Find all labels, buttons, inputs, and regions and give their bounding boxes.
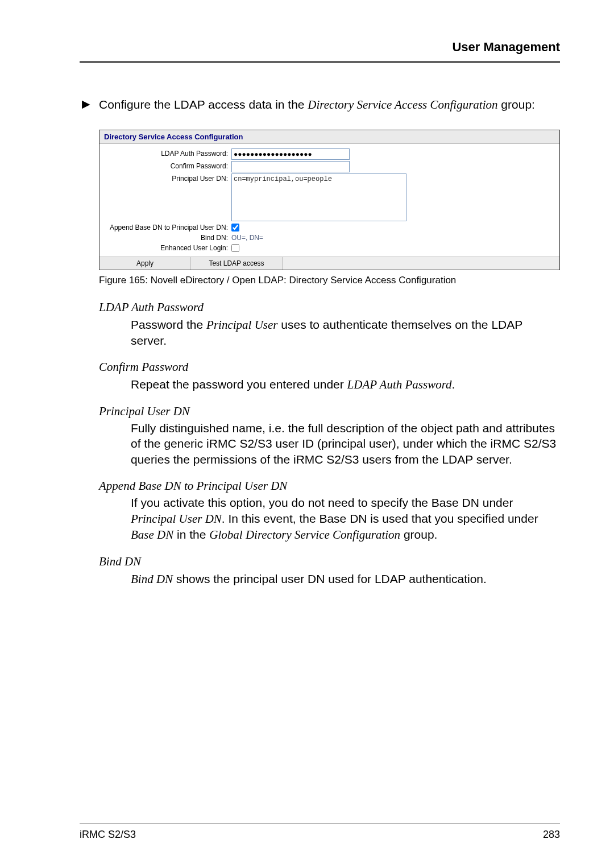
desc-text: .: [452, 378, 455, 391]
footer-left: iRMC S2/S3: [80, 829, 136, 841]
button-row: Apply Test LDAP access: [99, 257, 559, 270]
row-enhanced-user-login: Enhanced User Login:: [105, 243, 554, 252]
label-bind-dn: Bind DN:: [105, 233, 231, 242]
figure-caption: Figure 165: Novell eDirectory / Open LDA…: [99, 275, 560, 286]
desc-text: Password the: [131, 318, 206, 331]
desc-text: If you activate this option, you do not …: [131, 496, 513, 509]
term-principal-user-dn: Principal User DN: [99, 404, 560, 419]
row-append-base-dn: Append Base DN to Principal User DN:: [105, 222, 554, 232]
term-bind-dn: Bind DN: [99, 554, 560, 569]
header-title: User Management: [80, 40, 560, 61]
desc-italic: Bind DN: [131, 572, 173, 586]
desc-text: shows the principal user DN used for LDA…: [173, 572, 487, 585]
footer-rule: [80, 824, 560, 824]
desc-italic: Base DN: [131, 528, 173, 542]
desc-text: group.: [400, 528, 437, 541]
page-header: User Management: [80, 40, 560, 63]
intro-text-after: group:: [498, 98, 535, 111]
desc-bind-dn: Bind DN shows the principal user DN used…: [131, 571, 560, 587]
config-panel-screenshot: Directory Service Access Configuration L…: [99, 130, 560, 270]
desc-text: in the: [173, 528, 209, 541]
def-confirm-password: Confirm Password Repeat the password you…: [99, 359, 560, 392]
label-enhanced-user-login: Enhanced User Login:: [105, 243, 231, 252]
checkbox-enhanced-user-login[interactable]: [231, 244, 239, 252]
desc-text: . In this event, the Base DN is used tha…: [222, 512, 538, 525]
input-ldap-auth-password[interactable]: [231, 148, 350, 160]
header-rule: [80, 61, 560, 63]
label-confirm-password: Confirm Password:: [105, 161, 231, 170]
test-ldap-access-button[interactable]: Test LDAP access: [191, 257, 283, 270]
input-confirm-password[interactable]: [231, 161, 350, 172]
label-append-base-dn: Append Base DN to Principal User DN:: [105, 222, 231, 232]
desc-ldap-auth-password: Password the Principal User uses to auth…: [131, 317, 560, 349]
row-ldap-auth-password: LDAP Auth Password:: [105, 148, 554, 160]
desc-text-italic: Principal User: [206, 318, 277, 332]
intro-text: Configure the LDAP access data in the Di…: [99, 97, 560, 113]
desc-text-italic: LDAP Auth Password: [347, 378, 452, 391]
triangle-right-icon: ▶: [82, 97, 99, 111]
desc-italic: Principal User DN: [131, 512, 222, 526]
page-footer: iRMC S2/S3 283: [80, 824, 560, 841]
def-bind-dn: Bind DN Bind DN shows the principal user…: [99, 554, 560, 587]
value-bind-dn: OU=, DN=: [231, 233, 263, 242]
label-ldap-auth-password: LDAP Auth Password:: [105, 148, 231, 158]
desc-append-base-dn: If you activate this option, you do not …: [131, 495, 560, 543]
def-ldap-auth-password: LDAP Auth Password Password the Principa…: [99, 300, 560, 348]
footer-page-number: 283: [543, 829, 560, 841]
desc-text: Repeat the password you entered under: [131, 378, 347, 391]
desc-principal-user-dn: Fully distinguished name, i.e. the full …: [131, 420, 560, 467]
intro-text-italic: Directory Service Access Configuration: [308, 98, 497, 111]
label-principal-user-dn: Principal User DN:: [105, 173, 231, 183]
row-bind-dn: Bind DN: OU=, DN=: [105, 233, 554, 242]
row-confirm-password: Confirm Password:: [105, 161, 554, 172]
desc-confirm-password: Repeat the password you entered under LD…: [131, 377, 560, 392]
term-confirm-password: Confirm Password: [99, 359, 560, 375]
textarea-principal-user-dn[interactable]: cn=myprincipal,ou=people: [231, 173, 406, 221]
panel-title: Directory Service Access Configuration: [99, 130, 559, 144]
panel-body: LDAP Auth Password: Confirm Password: Pr…: [99, 144, 559, 257]
checkbox-append-base-dn[interactable]: [231, 224, 239, 232]
row-principal-user-dn: Principal User DN: cn=myprincipal,ou=peo…: [105, 173, 554, 221]
desc-italic: Global Directory Service Configuration: [209, 528, 400, 542]
def-append-base-dn: Append Base DN to Principal User DN If y…: [99, 478, 560, 543]
term-ldap-auth-password: LDAP Auth Password: [99, 300, 560, 315]
def-principal-user-dn: Principal User DN Fully distinguished na…: [99, 404, 560, 467]
intro-text-before: Configure the LDAP access data in the: [99, 98, 308, 111]
apply-button[interactable]: Apply: [99, 257, 191, 270]
term-append-base-dn: Append Base DN to Principal User DN: [99, 478, 560, 494]
intro-paragraph: ▶ Configure the LDAP access data in the …: [80, 97, 560, 113]
